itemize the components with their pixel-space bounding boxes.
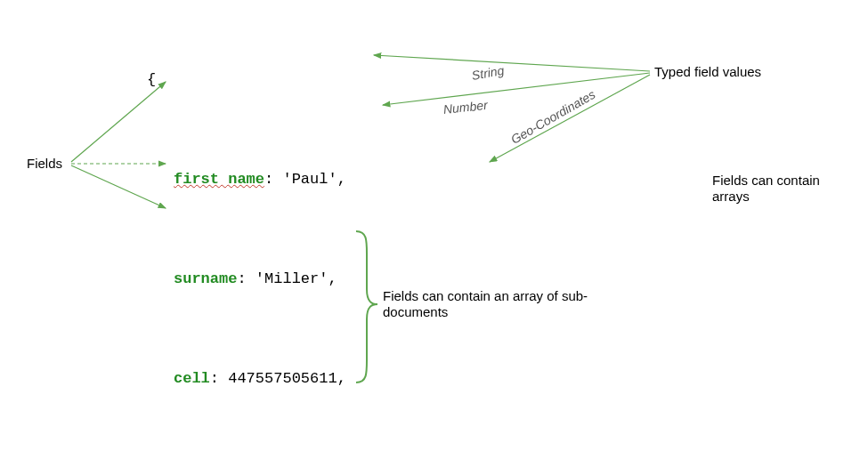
- label-fields-can-contain-arrays: Fields can contain arrays: [712, 173, 855, 205]
- field-val-first-name: 'Paul': [282, 171, 337, 188]
- field-key-cell: cell: [174, 370, 210, 387]
- field-key-first-name: first name: [174, 171, 264, 188]
- label-typed-field-values: Typed field values: [654, 64, 761, 79]
- json-document: { first name: 'Paul', surname: 'Miller',…: [147, 18, 582, 467]
- label-fields-contain-subdocuments: Fields can contain an array of sub-docum…: [383, 288, 614, 320]
- field-val-surname: 'Miller': [256, 270, 329, 287]
- label-fields: Fields: [27, 156, 62, 171]
- brace-open: {: [147, 71, 156, 88]
- field-val-cell: 447557505611: [228, 370, 337, 387]
- field-key-surname: surname: [174, 270, 237, 287]
